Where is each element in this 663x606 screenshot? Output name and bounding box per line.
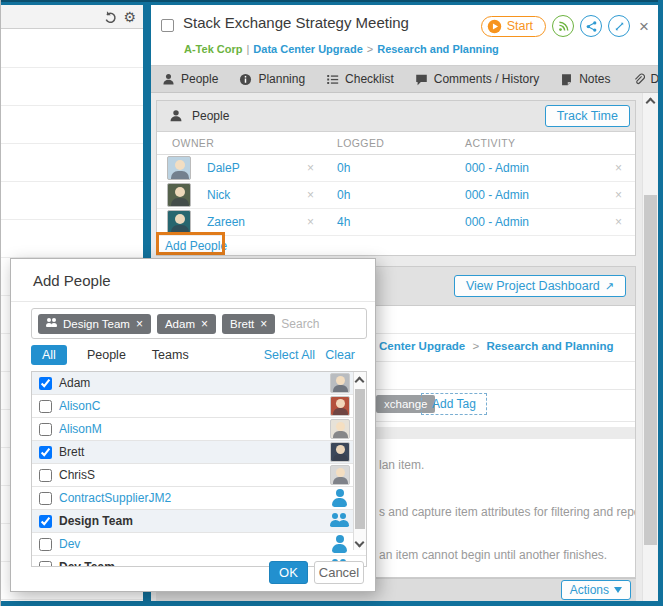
modal-list-row[interactable]: ChrisS (32, 464, 366, 487)
scroll-down-icon[interactable] (355, 538, 365, 548)
remove-row-icon[interactable]: × (615, 188, 636, 202)
scroll-up-icon[interactable] (355, 377, 365, 387)
list-scrollbar[interactable] (353, 372, 366, 550)
scroll-up-icon[interactable] (646, 98, 656, 108)
person-icon (162, 73, 175, 86)
logged-link[interactable]: 4h (337, 215, 465, 229)
share-icon (585, 20, 598, 33)
row-checkbox[interactable] (39, 400, 52, 413)
play-icon (487, 19, 502, 34)
row-checkbox[interactable] (39, 515, 52, 528)
modal-filter-tab[interactable]: All (31, 345, 67, 365)
activity-link[interactable]: 000 - Admin (465, 188, 615, 202)
remove-tag-icon[interactable]: × (260, 317, 267, 331)
row-name[interactable]: AlisonC (59, 399, 100, 413)
tag-label: Design Team (63, 318, 130, 330)
add-people-link[interactable]: Add People (165, 239, 227, 253)
row-checkbox[interactable] (39, 561, 52, 568)
add-tag-button[interactable]: Add Tag (421, 393, 487, 415)
feed-button[interactable] (552, 15, 574, 37)
breadcrumb-project[interactable]: Center Upgrade (379, 340, 465, 352)
activity-link[interactable]: 000 - Admin (465, 161, 615, 175)
row-checkbox[interactable] (39, 538, 52, 551)
close-icon[interactable]: × (639, 18, 649, 35)
window-border-left (0, 0, 1, 606)
rss-icon (557, 20, 570, 33)
expand-button[interactable] (608, 15, 630, 37)
modal-list-row[interactable]: AlisonM (32, 418, 366, 441)
row-name[interactable]: ChrisS (59, 468, 95, 482)
modal-list-row[interactable]: Design Team (32, 510, 366, 533)
clear-link[interactable]: Clear (325, 348, 355, 362)
people-panel: People Track Time OWNER LOGGED ACTIVITY … (156, 100, 636, 256)
modal-filter-tab[interactable]: People (87, 345, 126, 365)
row-name[interactable]: Design Team (59, 514, 133, 528)
row-checkbox[interactable] (39, 492, 52, 505)
undo-icon[interactable] (103, 10, 117, 24)
remove-row-icon[interactable]: × (615, 161, 636, 175)
breadcrumb-project[interactable]: Data Center Upgrade (253, 43, 362, 55)
row-checkbox[interactable] (39, 446, 52, 459)
cancel-button[interactable]: Cancel (314, 561, 364, 584)
avatar (330, 534, 350, 554)
remove-row-icon[interactable]: × (615, 215, 636, 229)
owner-link[interactable]: Nick (207, 188, 307, 202)
page-title: Stack Exchange Strategy Meeting (183, 14, 409, 31)
scrollbar-thumb[interactable] (355, 389, 365, 529)
row-name[interactable]: Brett (59, 445, 84, 459)
track-time-button[interactable]: Track Time (545, 105, 630, 127)
breadcrumb-org[interactable]: A-Tek Corp (184, 43, 242, 55)
row-name[interactable]: Dev Team (59, 560, 115, 567)
tab-planning[interactable]: Planning (239, 72, 305, 86)
row-checkbox[interactable] (39, 377, 52, 390)
activity-link[interactable]: 000 - Admin (465, 215, 615, 229)
breadcrumb-phase[interactable]: Research and Planning (377, 43, 499, 55)
select-all-link[interactable]: Select All (264, 348, 315, 362)
share-button[interactable] (580, 15, 602, 37)
scrollbar-thumb[interactable] (644, 195, 657, 545)
remove-owner-icon[interactable]: × (307, 161, 337, 175)
tab-notes[interactable]: Notes (560, 72, 610, 86)
row-checkbox[interactable] (39, 469, 52, 482)
modal-list-row[interactable]: Dev (32, 533, 366, 556)
modal-filter-tab[interactable]: Teams (152, 345, 189, 365)
row-checkbox[interactable] (39, 423, 52, 436)
avatar (330, 511, 350, 531)
remove-owner-icon[interactable]: × (307, 188, 337, 202)
selected-tags-input[interactable]: Design Team × Adam × Brett × (31, 308, 367, 339)
main-scrollbar[interactable] (642, 93, 658, 601)
row-name[interactable]: ContractSupplierJM2 (59, 491, 171, 505)
modal-list-row[interactable]: ContractSupplierJM2 (32, 487, 366, 510)
logged-link[interactable]: 0h (337, 188, 465, 202)
row-name[interactable]: Dev (59, 537, 80, 551)
tab-people[interactable]: People (162, 72, 218, 86)
owner-link[interactable]: DaleP (207, 161, 307, 175)
start-button[interactable]: Start (481, 16, 546, 37)
gear-icon[interactable]: ⚙ (123, 10, 136, 24)
remove-owner-icon[interactable]: × (307, 215, 337, 229)
item-checkbox[interactable] (161, 19, 174, 32)
remove-tag-icon[interactable]: × (136, 317, 143, 331)
actions-button[interactable]: Actions (561, 580, 631, 600)
row-name[interactable]: AlisonM (59, 422, 102, 436)
person-icon (169, 109, 183, 123)
tab-comments-history[interactable]: Comments / History (415, 72, 539, 86)
modal-list-row[interactable]: Brett (32, 441, 366, 464)
breadcrumb-separator: > (363, 43, 377, 55)
remove-tag-icon[interactable]: × (201, 317, 208, 331)
header-actions: Start × (481, 15, 649, 37)
breadcrumb-phase[interactable]: Research and Planning (486, 340, 613, 352)
view-project-dashboard-button[interactable]: View Project Dashboard ↗ (454, 275, 626, 297)
list-icon (326, 73, 339, 86)
avatar (167, 156, 191, 180)
ok-button[interactable]: OK (269, 561, 308, 584)
tab-checklist[interactable]: Checklist (326, 72, 394, 86)
owner-link[interactable]: Zareen (207, 215, 307, 229)
tab-label: Notes (579, 72, 610, 86)
search-input[interactable] (281, 317, 360, 331)
people-picker-list: Adam AlisonC AlisonM Brett ChrisS Contra… (31, 371, 367, 567)
row-name[interactable]: Adam (59, 376, 90, 390)
logged-link[interactable]: 0h (337, 161, 465, 175)
modal-list-row[interactable]: AlisonC (32, 395, 366, 418)
modal-list-row[interactable]: Adam (32, 372, 366, 395)
